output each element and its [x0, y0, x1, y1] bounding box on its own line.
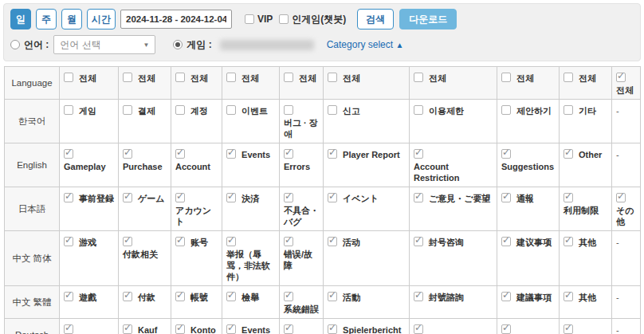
- select-all-label: 전체: [242, 73, 259, 84]
- category-checkbox[interactable]: [123, 193, 132, 202]
- category-checkbox[interactable]: [284, 149, 293, 159]
- category-checkbox[interactable]: [414, 193, 423, 202]
- language-select[interactable]: 언어 선택 ▼: [53, 35, 155, 54]
- category-checkbox[interactable]: [414, 149, 423, 159]
- select-all-checkbox[interactable]: [414, 73, 423, 82]
- category-checkbox[interactable]: [564, 292, 573, 301]
- game-name-redacted-field[interactable]: [220, 40, 314, 50]
- category-checkbox[interactable]: [501, 105, 511, 115]
- category-checkbox[interactable]: [123, 149, 132, 159]
- period-day-button[interactable]: 일: [10, 9, 31, 29]
- category-checkbox[interactable]: [501, 149, 511, 159]
- category-checkbox[interactable]: [175, 105, 185, 115]
- select-all-checkbox[interactable]: [123, 73, 132, 82]
- category-cell: 버그 · 장애: [280, 100, 324, 143]
- category-label: 账号: [190, 237, 208, 248]
- category-checkbox[interactable]: [284, 237, 293, 246]
- category-checkbox[interactable]: [414, 292, 423, 301]
- category-checkbox[interactable]: [564, 237, 573, 246]
- category-checkbox[interactable]: [501, 324, 511, 334]
- category-checkbox[interactable]: [175, 149, 185, 159]
- category-checkbox[interactable]: [64, 149, 73, 159]
- category-checkbox[interactable]: [501, 292, 511, 301]
- category-cell: 通報: [497, 187, 560, 231]
- game-radio[interactable]: [173, 40, 183, 49]
- select-all-checkbox[interactable]: [328, 73, 337, 82]
- category-checkbox[interactable]: [328, 292, 337, 301]
- table-row: 中文 简体 游戏 付款相关 账号 举报（辱骂，非法软件） 错误/故障 活动 封号…: [5, 231, 641, 286]
- category-select-link[interactable]: Category select ▲: [327, 39, 404, 50]
- category-checkbox[interactable]: [284, 292, 293, 301]
- category-label: 신고: [343, 105, 360, 116]
- category-checkbox[interactable]: [328, 105, 337, 115]
- category-checkbox[interactable]: [226, 105, 236, 115]
- category-checkbox[interactable]: [564, 324, 573, 334]
- ingame-chatbot-checkbox[interactable]: [279, 14, 289, 24]
- category-checkbox[interactable]: [175, 292, 185, 301]
- category-checkbox[interactable]: [64, 237, 73, 246]
- vip-checkbox[interactable]: [245, 14, 254, 24]
- category-checkbox[interactable]: [175, 324, 185, 334]
- category-cell: Spielerbericht: [324, 319, 410, 334]
- select-all-checkbox[interactable]: [284, 73, 293, 82]
- category-checkbox[interactable]: [328, 237, 337, 246]
- search-button[interactable]: 검색: [357, 9, 394, 29]
- category-label: Other: [579, 149, 602, 160]
- category-checkbox[interactable]: [414, 324, 423, 334]
- empty-cell: -: [612, 100, 641, 143]
- category-checkbox[interactable]: [616, 193, 626, 202]
- category-checkbox[interactable]: [284, 324, 293, 334]
- select-all-checkbox[interactable]: [226, 73, 236, 82]
- language-radio[interactable]: [10, 40, 20, 49]
- empty-cell: -: [612, 286, 641, 319]
- category-checkbox[interactable]: [226, 193, 236, 202]
- category-checkbox[interactable]: [226, 149, 236, 159]
- category-checkbox[interactable]: [123, 105, 132, 115]
- category-checkbox[interactable]: [501, 237, 511, 246]
- category-checkbox[interactable]: [226, 237, 236, 246]
- select-all-label: 전체: [516, 73, 534, 84]
- empty-cell: -: [612, 319, 641, 334]
- category-checkbox[interactable]: [328, 149, 337, 159]
- category-checkbox[interactable]: [123, 324, 132, 334]
- category-cell: Account Restriction: [410, 143, 497, 187]
- category-checkbox[interactable]: [64, 105, 73, 115]
- category-checkbox[interactable]: [501, 193, 511, 202]
- category-checkbox[interactable]: [226, 324, 236, 334]
- category-checkbox[interactable]: [64, 324, 73, 334]
- category-checkbox[interactable]: [123, 292, 132, 301]
- category-checkbox[interactable]: [64, 193, 73, 202]
- caret-up-icon: ▲: [395, 41, 403, 49]
- period-week-button[interactable]: 주: [36, 9, 57, 29]
- select-all-cell: 전체: [222, 67, 280, 100]
- category-checkbox[interactable]: [64, 292, 73, 301]
- category-cell: 제안하기: [497, 100, 560, 143]
- category-checkbox[interactable]: [284, 193, 293, 202]
- select-all-checkbox[interactable]: [175, 73, 185, 82]
- category-checkbox[interactable]: [284, 105, 293, 115]
- category-checkbox[interactable]: [564, 149, 573, 159]
- language-filter-label: 언어 :: [24, 38, 49, 52]
- download-button[interactable]: 다운로드: [399, 9, 457, 29]
- category-checkbox[interactable]: [564, 193, 573, 202]
- date-range-input[interactable]: [120, 10, 232, 29]
- category-checkbox[interactable]: [328, 193, 337, 202]
- category-checkbox[interactable]: [414, 105, 423, 115]
- select-all-checkbox[interactable]: [64, 73, 73, 82]
- category-checkbox[interactable]: [123, 237, 132, 246]
- category-checkbox[interactable]: [175, 193, 185, 202]
- category-checkbox[interactable]: [328, 324, 337, 334]
- period-month-button[interactable]: 월: [61, 9, 82, 29]
- select-all-checkbox[interactable]: [564, 73, 573, 82]
- category-checkbox[interactable]: [175, 237, 185, 246]
- category-cell: 系統錯誤: [280, 286, 324, 319]
- period-time-button[interactable]: 시간: [87, 9, 116, 29]
- select-all-label: 전체: [343, 73, 360, 84]
- category-label: 封號諮詢: [429, 292, 464, 303]
- select-all-cell: 전체: [324, 67, 410, 100]
- category-checkbox[interactable]: [226, 292, 236, 301]
- category-checkbox[interactable]: [564, 105, 573, 115]
- category-checkbox[interactable]: [414, 237, 423, 246]
- select-all-checkbox[interactable]: [501, 73, 511, 82]
- select-all-checkbox[interactable]: [616, 73, 626, 82]
